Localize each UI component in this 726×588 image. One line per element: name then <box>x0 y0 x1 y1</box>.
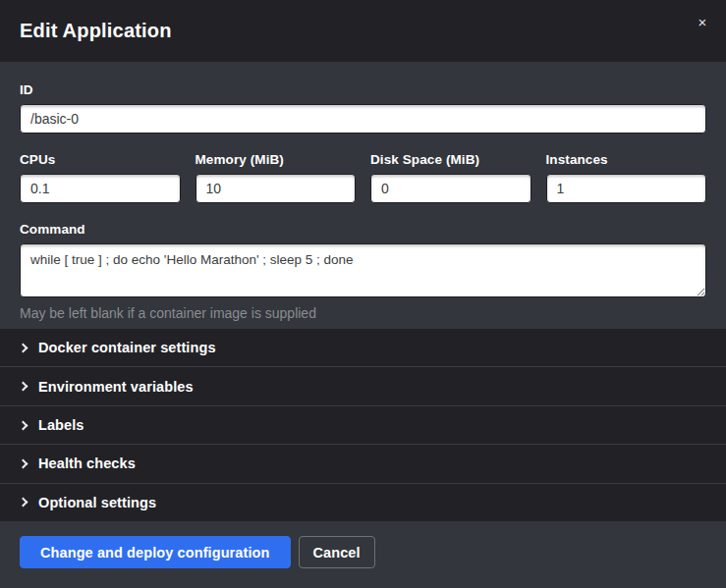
section-label: Optional settings <box>38 495 156 510</box>
command-help-text: May be left blank if a container image i… <box>20 305 706 321</box>
collapsible-sections: Docker container settings Environment va… <box>0 329 726 521</box>
memory-label: Memory (MiB) <box>195 152 357 167</box>
cpus-input[interactable] <box>20 174 181 203</box>
cpus-field-group: CPUs <box>20 152 181 203</box>
section-label: Environment variables <box>38 379 194 395</box>
section-labels[interactable]: Labels <box>0 405 726 444</box>
instances-input[interactable] <box>546 174 707 203</box>
instances-label: Instances <box>546 152 707 167</box>
section-label: Labels <box>38 417 84 433</box>
section-optional-settings[interactable]: Optional settings <box>0 483 726 521</box>
resources-row: CPUs Memory (MiB) Disk Space (MiB) Insta… <box>20 152 706 203</box>
memory-field-group: Memory (MiB) <box>195 152 357 203</box>
section-label: Docker container settings <box>38 340 216 355</box>
section-health-checks[interactable]: Health checks <box>0 444 726 482</box>
edit-application-modal: Edit Application × ID CPUs Memory (MiB) … <box>0 0 726 588</box>
section-docker-container-settings[interactable]: Docker container settings <box>0 329 726 366</box>
section-environment-variables[interactable]: Environment variables <box>0 366 726 404</box>
disk-label: Disk Space (MiB) <box>370 152 531 167</box>
modal-footer: Change and deploy configuration Cancel <box>0 521 726 588</box>
close-icon[interactable]: × <box>693 13 712 32</box>
page-title: Edit Application <box>20 20 172 42</box>
memory-input[interactable] <box>195 174 357 203</box>
modal-header: Edit Application × <box>0 0 726 62</box>
chevron-right-icon <box>19 458 28 468</box>
chevron-right-icon <box>19 382 28 392</box>
id-input[interactable] <box>20 104 706 134</box>
id-field-group: ID <box>20 82 706 134</box>
disk-input[interactable] <box>370 174 531 203</box>
instances-field-group: Instances <box>546 152 707 203</box>
chevron-right-icon <box>19 498 28 508</box>
disk-field-group: Disk Space (MiB) <box>370 152 531 203</box>
command-field-group: Command while [ true ] ; do echo 'Hello … <box>20 222 706 321</box>
cancel-button[interactable]: Cancel <box>299 536 375 568</box>
chevron-right-icon <box>19 343 28 352</box>
cpus-label: CPUs <box>20 152 181 167</box>
chevron-right-icon <box>19 420 28 430</box>
change-and-deploy-button[interactable]: Change and deploy configuration <box>20 536 291 568</box>
section-label: Health checks <box>38 455 136 471</box>
id-label: ID <box>20 82 706 97</box>
command-textarea[interactable]: while [ true ] ; do echo 'Hello Marathon… <box>20 243 706 297</box>
application-form: ID CPUs Memory (MiB) Disk Space (MiB) In… <box>0 62 726 329</box>
command-label: Command <box>20 222 706 237</box>
